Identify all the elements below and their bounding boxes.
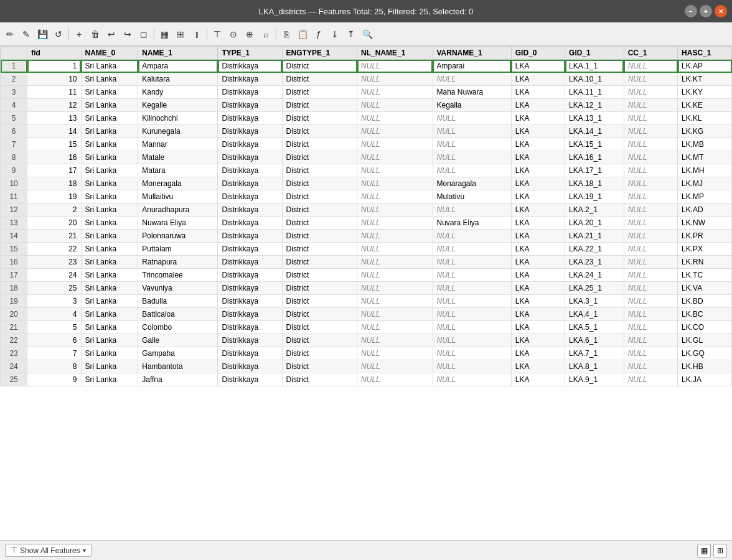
search-icon[interactable]: ⌕ — [258, 27, 273, 42]
cell-gid-1: LKA.18_1 — [565, 177, 624, 190]
cell-nl-name_1: NULL — [357, 151, 433, 164]
save-icon[interactable]: 💾 — [35, 27, 50, 42]
table-row[interactable]: 715Sri LankaMannarDistrikkayaDistrictNUL… — [1, 138, 732, 151]
cell-engtype-1: District — [282, 308, 357, 321]
cell-fid: 2 — [27, 203, 81, 217]
cell-varname-1: Amparai — [433, 60, 511, 73]
minimize-button[interactable]: − — [685, 5, 697, 17]
layout-icon-1[interactable]: ▦ — [697, 544, 711, 558]
redo-icon[interactable]: ↪ — [120, 27, 135, 42]
cell-cc-1: NULL — [624, 217, 677, 230]
col-gid1[interactable]: GID_1 — [565, 47, 624, 60]
cell-name-0: Sri Lanka — [81, 86, 138, 99]
cell-hasc-1: LK.JA — [678, 373, 732, 386]
cell-varname-1: NULL — [433, 203, 511, 217]
cell-fid: 25 — [27, 282, 81, 295]
add-row-icon[interactable]: + — [72, 27, 87, 42]
show-all-features-button[interactable]: ⊤ Show All Features ▾ — [5, 544, 92, 557]
zoom-out-icon[interactable]: 🔍 — [360, 27, 375, 42]
layout-icon-2[interactable]: ⊞ — [713, 544, 727, 558]
table-row[interactable]: 1018Sri LankaMoneragalaDistrikkayaDistri… — [1, 177, 732, 190]
cell-cc-1: NULL — [624, 256, 677, 269]
import-icon[interactable]: ⤒ — [344, 27, 359, 42]
table-row[interactable]: 1522Sri LankaPuttalamDistrikkayaDistrict… — [1, 243, 732, 256]
table-row[interactable]: 1421Sri LankaPolonnaruwaDistrikkayaDistr… — [1, 230, 732, 243]
table-view-icon[interactable]: ▦ — [157, 27, 172, 42]
row-number: 18 — [1, 282, 27, 295]
cell-name-0: Sri Lanka — [81, 99, 138, 112]
table-row[interactable]: 917Sri LankaMataraDistrikkayaDistrictNUL… — [1, 164, 732, 177]
select-all-icon[interactable]: ◻ — [136, 27, 151, 42]
cell-engtype-1: District — [282, 60, 357, 73]
row-number: 3 — [1, 86, 27, 99]
maximize-button[interactable]: + — [700, 5, 712, 17]
cell-type-1: Distrikkaya — [218, 138, 282, 151]
cell-name-1: Ampara — [138, 60, 218, 73]
export-icon[interactable]: ⤓ — [327, 27, 342, 42]
table-row[interactable]: 259Sri LankaJaffnaDistrikkayaDistrictNUL… — [1, 373, 732, 386]
edit-icon[interactable]: ✏ — [2, 27, 17, 42]
table-row[interactable]: 11Sri LankaAmparaDistrikkayaDistrictNULL… — [1, 60, 732, 73]
cell-fid: 17 — [27, 164, 81, 177]
row-number: 24 — [1, 360, 27, 373]
table-row[interactable]: 816Sri LankaMataleDistrikkayaDistrictNUL… — [1, 151, 732, 164]
table-row[interactable]: 311Sri LankaKandyDistrikkayaDistrictNULL… — [1, 86, 732, 99]
table-row[interactable]: 412Sri LankaKegalleDistrikkayaDistrictNU… — [1, 99, 732, 112]
delete-row-icon[interactable]: 🗑 — [88, 27, 103, 42]
formula-icon[interactable]: ƒ — [311, 27, 326, 42]
col-name0[interactable]: NAME_0 — [81, 47, 138, 60]
cell-fid: 22 — [27, 243, 81, 256]
cell-varname-1: NULL — [433, 164, 511, 177]
table-row[interactable]: 513Sri LankaKilinochchiDistrikkayaDistri… — [1, 112, 732, 125]
paste-icon[interactable]: 📋 — [295, 27, 310, 42]
col-gid0[interactable]: GID_0 — [511, 47, 565, 60]
refresh-icon[interactable]: ↺ — [51, 27, 66, 42]
close-button[interactable]: ✕ — [715, 5, 727, 17]
cell-name-0: Sri Lanka — [81, 243, 138, 256]
table-row[interactable]: 614Sri LankaKurunegalaDistrikkayaDistric… — [1, 125, 732, 138]
col-hasc1[interactable]: HASC_1 — [678, 47, 732, 60]
col-fid[interactable]: fid — [27, 47, 81, 60]
table-row[interactable]: 210Sri LankaKalutaraDistrikkayaDistrictN… — [1, 73, 732, 86]
zoom-map-icon[interactable]: ⊕ — [242, 27, 257, 42]
col-type1[interactable]: TYPE_1 — [218, 47, 282, 60]
table-row[interactable]: 204Sri LankaBatticaloaDistrikkayaDistric… — [1, 308, 732, 321]
table-row[interactable]: 1825Sri LankaVavuniyaDistrikkayaDistrict… — [1, 282, 732, 295]
table-row[interactable]: 193Sri LankaBadullaDistrikkayaDistrictNU… — [1, 295, 732, 308]
cell-varname-1: NULL — [433, 138, 511, 151]
cell-gid-1: LKA.20_1 — [565, 217, 624, 230]
attribute-table[interactable]: fid NAME_0 NAME_1 TYPE_1 ENGTYPE_1 NL_NA… — [0, 46, 732, 540]
table-row[interactable]: 1724Sri LankaTrincomaleeDistrikkayaDistr… — [1, 269, 732, 282]
cell-cc-1: NULL — [624, 86, 677, 99]
table-row[interactable]: 1320Sri LankaNuwara EliyaDistrikkayaDist… — [1, 217, 732, 230]
col-engtype1[interactable]: ENGTYPE_1 — [282, 47, 357, 60]
cell-nl-name_1: NULL — [357, 360, 433, 373]
undo-icon[interactable]: ↩ — [104, 27, 119, 42]
cell-cc-1: NULL — [624, 73, 677, 86]
cell-engtype-1: District — [282, 112, 357, 125]
col-nlname1[interactable]: NL_NAME_1 — [357, 47, 433, 60]
select-features-icon[interactable]: ⊙ — [226, 27, 241, 42]
copy-icon[interactable]: ⎘ — [279, 27, 294, 42]
table-row[interactable]: 248Sri LankaHambantotaDistrikkayaDistric… — [1, 360, 732, 373]
table-row[interactable]: 226Sri LankaGalleDistrikkayaDistrictNULL… — [1, 334, 732, 347]
grid-view-icon[interactable]: ⊞ — [173, 27, 188, 42]
table-row[interactable]: 1119Sri LankaMullaitivuDistrikkayaDistri… — [1, 190, 732, 203]
table-row[interactable]: 122Sri LankaAnuradhapuraDistrikkayaDistr… — [1, 203, 732, 217]
table-header-row: fid NAME_0 NAME_1 TYPE_1 ENGTYPE_1 NL_NA… — [1, 47, 732, 60]
cell-fid: 1 — [27, 60, 81, 73]
col-varname1[interactable]: VARNAME_1 — [433, 47, 511, 60]
col-name1[interactable]: NAME_1 — [138, 47, 218, 60]
pencil-icon[interactable]: ✎ — [19, 27, 34, 42]
col-cc1[interactable]: CC_1 — [624, 47, 677, 60]
cell-type-1: Distrikkaya — [218, 360, 282, 373]
cell-gid-0: LKA — [511, 177, 565, 190]
cell-fid: 6 — [27, 334, 81, 347]
table-row[interactable]: 237Sri LankaGampahaDistrikkayaDistrictNU… — [1, 347, 732, 360]
cell-engtype-1: District — [282, 334, 357, 347]
columns-icon[interactable]: ⫿ — [189, 27, 204, 42]
cell-gid-1: LKA.8_1 — [565, 360, 624, 373]
table-row[interactable]: 1623Sri LankaRatnapuraDistrikkayaDistric… — [1, 256, 732, 269]
table-row[interactable]: 215Sri LankaColomboDistrikkayaDistrictNU… — [1, 321, 732, 334]
filter-icon[interactable]: ⊤ — [210, 27, 225, 42]
